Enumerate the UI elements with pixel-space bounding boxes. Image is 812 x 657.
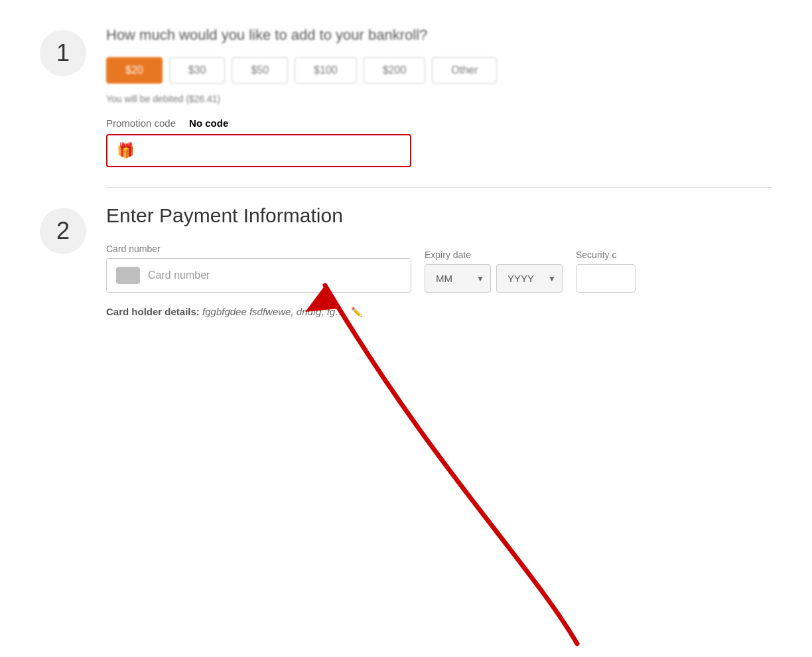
expiry-year-select[interactable]: YYYY 202420252026 202720282029 — [496, 264, 563, 293]
expiry-label: Expiry date — [425, 250, 563, 260]
card-number-group: Card number Card number — [106, 244, 411, 293]
promo-input-wrapper[interactable]: 🎁 — [106, 134, 411, 167]
amount-button-200[interactable]: $200 — [364, 57, 426, 84]
section-divider — [106, 187, 772, 188]
amount-button-100[interactable]: $100 — [295, 57, 357, 84]
security-code-group: Security c — [576, 250, 636, 293]
cardholder-label: Card holder details: — [106, 306, 200, 317]
cardholder-value: fggbfgdee fsdfwewe, dndfg, fg… — [202, 306, 345, 317]
step-1-number: 1 — [40, 30, 86, 76]
edit-icon[interactable]: ✏️ — [351, 307, 362, 317]
gift-icon: 🎁 — [117, 142, 135, 159]
amount-buttons-group: $20 $30 $50 $100 $200 Other — [106, 57, 772, 84]
expiry-year-wrapper: YYYY 202420252026 202720282029 ▼ — [496, 264, 563, 293]
step-1-content: How much would you like to add to your b… — [106, 27, 772, 167]
promo-label: Promotion code — [106, 117, 176, 129]
step-2-title: Enter Payment Information — [106, 204, 772, 227]
promo-label-row: Promotion code No code — [106, 117, 772, 129]
card-chip-icon — [116, 267, 140, 284]
promo-section: Promotion code No code 🎁 — [106, 117, 772, 167]
amount-button-50[interactable]: $50 — [232, 57, 288, 84]
card-input-wrapper[interactable]: Card number — [106, 258, 411, 293]
expiry-selects: MM 010203 040506 070809 101112 ▼ YYYY — [425, 264, 563, 293]
step-1-title: How much would you like to add to your b… — [106, 27, 772, 44]
step-1-section: 1 How much would you like to add to your… — [40, 27, 772, 167]
amount-button-other[interactable]: Other — [432, 57, 497, 84]
step-2-content: Enter Payment Information Card number Ca… — [106, 204, 772, 317]
debit-text: You will be debited ($26.41) — [106, 94, 772, 104]
card-number-label: Card number — [106, 244, 411, 254]
no-code-text: No code — [189, 117, 228, 129]
payment-fields: Card number Card number Expiry date MM 0… — [106, 244, 772, 293]
promo-input[interactable] — [141, 145, 401, 157]
security-code-input[interactable] — [576, 264, 636, 293]
step-2-section: 2 Enter Payment Information Card number … — [40, 204, 772, 317]
expiry-date-group: Expiry date MM 010203 040506 070809 1011… — [425, 250, 563, 293]
card-number-placeholder: Card number — [148, 269, 210, 281]
expiry-month-wrapper: MM 010203 040506 070809 101112 ▼ — [425, 264, 491, 293]
amount-button-20[interactable]: $20 — [106, 57, 163, 84]
cardholder-details: Card holder details: fggbfgdee fsdfwewe,… — [106, 306, 772, 317]
security-label: Security c — [576, 250, 636, 260]
expiry-month-select[interactable]: MM 010203 040506 070809 101112 — [425, 264, 491, 293]
amount-button-30[interactable]: $30 — [169, 57, 226, 84]
step-2-number: 2 — [40, 208, 86, 254]
